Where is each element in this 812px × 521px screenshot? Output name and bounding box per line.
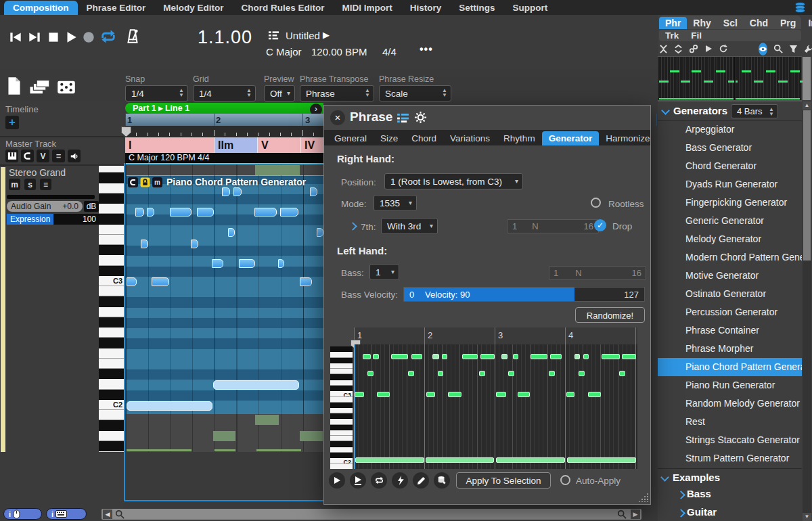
collapse-all-icon[interactable] [659,45,668,53]
seventh-dropdown[interactable]: With 3rd▾ [381,218,438,234]
horizontal-scrollbar[interactable]: ◀ ▶ [102,509,641,520]
skip-to-end-button[interactable] [27,30,42,45]
chevron-down-icon[interactable]: ▾ [287,89,290,97]
scroll-down-button[interactable]: ▼ [803,513,811,521]
phrase-stack-icon[interactable] [28,79,50,95]
preview-note[interactable] [479,371,485,376]
play-phrase-icon[interactable] [704,45,713,53]
preview-note[interactable] [602,354,620,359]
play-button[interactable] [64,30,78,45]
scroll-left-button[interactable]: ◀ [103,509,112,519]
track-name[interactable]: Stereo Grand [9,167,66,178]
scroll-up-button[interactable]: ▲ [803,101,811,110]
preview-note[interactable] [367,371,374,376]
preview-dropdown[interactable]: Off▾ [264,85,295,101]
dialog-tab-harmonize[interactable]: Harmonize [599,131,656,145]
position-dropdown[interactable]: 1 (Root Is Lowest, from C3)▾ [384,173,523,189]
dialog-tab-rhythm[interactable]: Rhythm [497,131,542,145]
midi-note[interactable] [222,187,230,196]
preview-note[interactable] [377,392,390,397]
piano-key[interactable] [99,204,124,214]
preview-note[interactable] [426,392,435,397]
new-phrase-icon[interactable] [7,76,22,96]
expand-all-icon[interactable] [674,45,683,53]
piano-key[interactable] [330,430,353,436]
midi-note[interactable] [152,277,169,286]
snap-dropdown[interactable]: 1/4▲▼ [125,85,188,101]
menu-tab-history[interactable]: History [401,1,451,15]
list-item-generator[interactable]: Strings Staccato Generator [658,431,802,449]
piano-key[interactable] [330,369,353,374]
piano-icon[interactable] [5,150,18,162]
velocity-icon[interactable]: V [37,150,49,162]
more-options-button[interactable]: ••• [420,43,433,55]
midi-note[interactable] [147,208,154,217]
list-item-generator[interactable]: Modern Chord Pattern Generator [658,248,802,267]
sidebar-tab-chd[interactable]: Chd [744,17,774,29]
preview-note[interactable] [501,354,508,359]
dialog-tab-size[interactable]: Size [374,131,405,145]
piano-key[interactable] [99,431,124,441]
list-item-generator[interactable]: Piano Chord Pattern Generator [658,358,802,376]
list-item-generator[interactable]: Phrase Container [658,321,802,340]
save-to-database-icon[interactable] [434,472,450,489]
rootless-radio[interactable] [591,198,601,208]
phrase-length-spinner[interactable]: 4 Bars ▲▼ [731,104,778,118]
piano-key[interactable] [99,296,124,307]
metronome-icon[interactable] [125,28,140,45]
preview-note[interactable] [566,392,574,397]
piano-key[interactable] [99,327,124,338]
spinner-arrows-icon[interactable]: ▲▼ [365,88,370,97]
piano-key[interactable] [99,441,124,451]
expand-seventh-icon[interactable] [348,222,357,231]
list-item-generator[interactable]: Strum Pattern Generator [658,449,802,468]
list-item-generator[interactable]: Arpeggiator [658,120,802,139]
midi-note-long[interactable] [213,380,299,390]
preview-note[interactable] [355,392,364,397]
piano-key[interactable] [330,447,353,453]
list-item-generator[interactable]: Chord Generator [658,157,802,175]
list-item-generator[interactable]: Random Melody Generator [658,394,802,413]
examples-header-row[interactable]: Examples [658,470,802,486]
list-item-generator[interactable]: Motive Generator [658,267,802,285]
scroll-right-button[interactable]: ▶ [631,509,640,519]
phrase-mini-preview[interactable] [658,56,802,101]
filter-icon[interactable] [789,45,798,53]
song-name[interactable]: Untitled [286,30,320,41]
piano-key[interactable] [99,255,124,265]
bass-velocity-slider[interactable]: 0 Velocity: 90 127 [403,287,645,302]
database-icon[interactable] [794,1,807,14]
piano-key[interactable] [330,397,353,402]
spinner-arrows-icon[interactable]: ▲▼ [246,88,252,97]
phrase-resize-dropdown[interactable]: Scale▲▼ [379,85,451,101]
add-timeline-button[interactable]: + [5,116,19,129]
piano-key[interactable] [330,408,353,413]
scrollbar-thumb[interactable] [803,110,811,260]
piano-key[interactable] [330,380,353,386]
preview-note[interactable] [496,392,506,397]
preview-note[interactable] [462,354,478,359]
piano-key[interactable] [99,307,124,317]
expression-slider[interactable]: Expression 100 [7,214,99,225]
midi-note[interactable] [212,259,223,268]
piano-key[interactable] [99,166,124,173]
auto-apply-radio[interactable] [560,475,570,485]
piano-key[interactable] [99,214,124,224]
sidebar-tab-ins[interactable]: Ins [802,17,812,29]
piano-key[interactable] [99,369,124,379]
phrase-title[interactable]: Piano Chord Pattern Generator [166,177,306,187]
preview-play-button[interactable] [329,472,345,489]
piano-key[interactable] [99,266,124,276]
mouse-help-button[interactable]: i [3,508,42,520]
midi-note[interactable] [135,208,144,217]
link-icon[interactable] [689,44,698,53]
chord-block-IIm[interactable]: IIm [215,137,258,153]
piano-key[interactable] [330,436,353,441]
piano-key[interactable] [330,453,353,458]
resize-grip[interactable] [638,493,648,502]
menu-tab-midi-import[interactable]: MIDI Import [334,1,401,15]
preview-note[interactable] [411,354,422,359]
spinner-arrows-icon[interactable]: ▲▼ [179,88,184,97]
preview-note[interactable] [408,371,414,376]
piano-key[interactable] [330,419,353,424]
